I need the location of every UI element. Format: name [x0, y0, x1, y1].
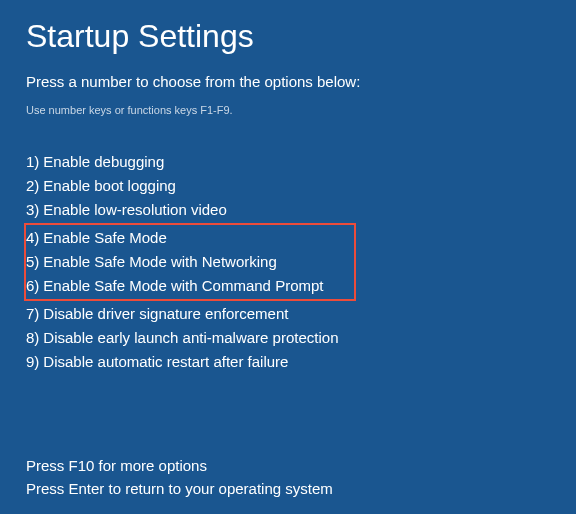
hint-text: Use number keys or functions keys F1-F9.: [26, 104, 550, 116]
option-1[interactable]: 1) Enable debugging: [26, 150, 550, 174]
option-label: Disable driver signature enforcement: [43, 302, 288, 326]
option-label: Enable Safe Mode with Command Prompt: [43, 274, 323, 298]
option-3[interactable]: 3) Enable low-resolution video: [26, 198, 550, 222]
option-number: 6): [26, 274, 39, 298]
option-label: Disable automatic restart after failure: [43, 350, 288, 374]
footer-instructions: Press F10 for more options Press Enter t…: [26, 454, 550, 500]
option-2[interactable]: 2) Enable boot logging: [26, 174, 550, 198]
option-number: 3): [26, 198, 39, 222]
option-8[interactable]: 8) Disable early launch anti-malware pro…: [26, 326, 550, 350]
option-label: Enable boot logging: [43, 174, 176, 198]
option-6[interactable]: 6) Enable Safe Mode with Command Prompt: [26, 274, 352, 298]
option-number: 5): [26, 250, 39, 274]
option-number: 7): [26, 302, 39, 326]
option-number: 9): [26, 350, 39, 374]
footer-line-2: Press Enter to return to your operating …: [26, 477, 550, 500]
option-label: Enable low-resolution video: [43, 198, 226, 222]
option-label: Enable Safe Mode: [43, 226, 166, 250]
option-number: 1): [26, 150, 39, 174]
options-list: 1) Enable debugging 2) Enable boot loggi…: [26, 150, 550, 374]
page-title: Startup Settings: [26, 18, 550, 55]
option-9[interactable]: 9) Disable automatic restart after failu…: [26, 350, 550, 374]
highlight-annotation: 4) Enable Safe Mode 5) Enable Safe Mode …: [24, 223, 356, 301]
footer-line-1: Press F10 for more options: [26, 454, 550, 477]
option-label: Enable debugging: [43, 150, 164, 174]
option-number: 4): [26, 226, 39, 250]
option-number: 8): [26, 326, 39, 350]
instruction-text: Press a number to choose from the option…: [26, 73, 550, 90]
option-7[interactable]: 7) Disable driver signature enforcement: [26, 302, 550, 326]
option-4[interactable]: 4) Enable Safe Mode: [26, 226, 352, 250]
option-5[interactable]: 5) Enable Safe Mode with Networking: [26, 250, 352, 274]
option-label: Enable Safe Mode with Networking: [43, 250, 276, 274]
option-number: 2): [26, 174, 39, 198]
option-label: Disable early launch anti-malware protec…: [43, 326, 338, 350]
